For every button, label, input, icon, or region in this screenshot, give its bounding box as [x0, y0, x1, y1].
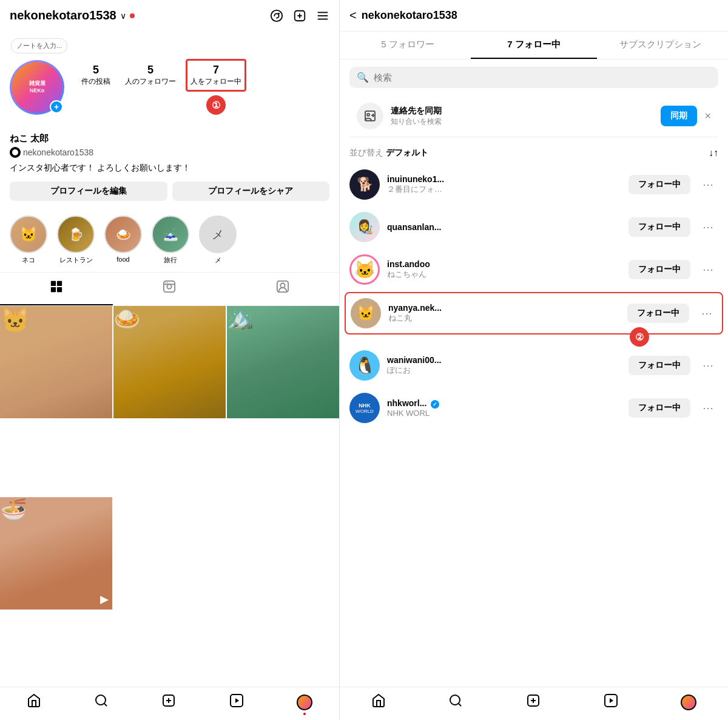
highlight-restaurant[interactable]: 🍺 レストラン: [57, 216, 95, 265]
sync-title: 連絡先を同期: [391, 106, 653, 117]
username-area: nekonekotaro1538 ∨: [10, 8, 135, 22]
sort-row: 並び替え デフォルト ↓↑: [340, 144, 728, 163]
follow-btn-waniwani[interactable]: フォロー中: [629, 356, 690, 375]
follow-tabs: 5 フォロワー 7 フォロー中 サブスクリプション: [340, 32, 728, 59]
home-icon-right: [371, 693, 386, 712]
highlight-more[interactable]: メ メ: [199, 216, 237, 265]
svg-line-32: [459, 704, 461, 706]
add-story-button[interactable]: +: [50, 100, 63, 114]
sort-label-area: 並び替え デフォルト: [349, 147, 428, 158]
nav-reels-right[interactable]: [604, 693, 618, 712]
header-icons: [270, 9, 329, 22]
menu-icon[interactable]: [316, 9, 329, 22]
nhk-logo-top: NHK: [359, 402, 371, 409]
search-icon: [94, 693, 109, 712]
chevron-down-icon[interactable]: ∨: [120, 11, 126, 21]
stat-followers[interactable]: 5 人のフォロワー: [125, 64, 176, 87]
grid-cell-2[interactable]: 🍛: [113, 306, 226, 418]
follow-item-quansanlan[interactable]: 👩‍🎨 quansanlan... フォロー中 ⋯: [340, 206, 728, 248]
grid-cell-4[interactable]: 🍜 ▶: [0, 497, 112, 610]
nav-home[interactable]: [27, 693, 41, 712]
follow-btn-inuinuneko[interactable]: フォロー中: [629, 175, 690, 194]
add-icon-right: [526, 693, 541, 712]
tab-reels[interactable]: [113, 273, 226, 305]
edit-profile-button[interactable]: プロフィールを編集: [10, 182, 167, 201]
svg-rect-11: [51, 287, 56, 292]
follow-username-waniwani: waniwani00...: [387, 355, 621, 365]
close-sync-button[interactable]: ×: [704, 110, 711, 123]
follow-item-waniwani[interactable]: 🐧 waniwani00... ぽにお フォロー中 ⋯: [340, 344, 728, 387]
nav-profile-right[interactable]: [681, 695, 696, 710]
threads-handle[interactable]: nekonekotaro1538: [10, 147, 329, 158]
action-buttons: プロフィールを編集 プロフィールをシャア: [10, 182, 329, 201]
grid-cell-3[interactable]: 🏔️: [227, 306, 339, 418]
follow-btn-andoo[interactable]: フォロー中: [629, 260, 690, 279]
search-input[interactable]: [374, 72, 711, 83]
threads-icon[interactable]: [270, 9, 283, 22]
follow-item-inuinuneko[interactable]: 🐕 inuinuneko1... ２番目にフォ… フォロー中 ⋯: [340, 163, 728, 206]
avatar-dog-icon: 🐕: [349, 169, 380, 200]
sync-button[interactable]: 同期: [661, 106, 697, 126]
follow-btn-nyanya[interactable]: フォロー中: [627, 304, 689, 323]
follow-username-andoo: inst.andoo: [387, 259, 621, 269]
avatar-penguin-icon: 🐧: [354, 356, 376, 376]
follow-btn-nhk[interactable]: フォロー中: [629, 398, 690, 418]
stat-posts[interactable]: 5 件の投稿: [81, 64, 110, 87]
follow-item-nhk[interactable]: NHK WORLD nhkworl... ✓ NHK WORL フォロー中 ⋯: [340, 387, 728, 429]
nav-profile[interactable]: [297, 695, 312, 710]
more-btn-quansanlan[interactable]: ⋯: [698, 220, 718, 234]
nav-home-right[interactable]: [371, 693, 386, 712]
svg-point-28: [367, 114, 369, 116]
highlight-travel[interactable]: 🗻 旅行: [152, 216, 189, 265]
more-btn-andoo[interactable]: ⋯: [698, 263, 718, 276]
left-username: nekonekotaro1538: [10, 8, 116, 22]
sync-info: 連絡先を同期 知り合いを検索: [391, 106, 653, 127]
add-icon[interactable]: [293, 9, 306, 22]
video-badge: ▶: [100, 593, 109, 606]
tab-following[interactable]: 7 フォロー中: [471, 32, 597, 59]
highlight-neko[interactable]: 🐱 ネコ: [10, 216, 47, 265]
sync-icon: [357, 103, 383, 129]
follow-avatar-waniwani: 🐧: [349, 350, 380, 381]
nav-add-right[interactable]: [526, 693, 541, 712]
reels-icon: [163, 280, 176, 297]
tab-grid[interactable]: [0, 273, 113, 305]
svg-marker-37: [610, 698, 613, 703]
nav-search-right[interactable]: [448, 693, 463, 712]
photo-grid: 🐱 🍛 🏔️ 🍜 ▶: [0, 306, 339, 687]
more-btn-inuinuneko[interactable]: ⋯: [698, 178, 718, 191]
follow-item-nyanya[interactable]: 🐱 nyanya.nek... ねこ丸 フォロー中 ⋯ ②: [345, 292, 723, 335]
search-bar: 🔍: [349, 67, 718, 88]
bottom-nav-left: [0, 687, 339, 720]
svg-rect-9: [51, 281, 56, 286]
tab-tagged[interactable]: [226, 273, 339, 305]
svg-point-0: [271, 10, 282, 21]
back-button[interactable]: <: [349, 8, 357, 22]
highlight-food[interactable]: 🍛 food: [104, 216, 142, 265]
grid-cell-1[interactable]: 🐱: [0, 306, 112, 418]
more-btn-waniwani[interactable]: ⋯: [698, 359, 718, 372]
nav-add[interactable]: [161, 693, 176, 712]
home-icon: [27, 693, 41, 712]
left-panel: nekonekotaro1538 ∨: [0, 0, 340, 720]
follow-btn-quansanlan[interactable]: フォロー中: [629, 217, 690, 237]
nav-reels[interactable]: [229, 693, 244, 712]
sort-direction-icon[interactable]: ↓↑: [709, 148, 718, 158]
search-icon: 🔍: [357, 72, 369, 83]
sort-label: 並び替え: [349, 148, 383, 157]
more-btn-nyanya[interactable]: ⋯: [696, 307, 717, 320]
profile-avatar-nav: [297, 695, 312, 710]
follow-username-nyanya: nyanya.nek...: [388, 303, 620, 313]
share-profile-button[interactable]: プロフィールをシャア: [172, 182, 330, 201]
stat-following[interactable]: ① 7 人をフォロー中: [190, 64, 241, 87]
nav-search[interactable]: [94, 693, 109, 712]
svg-point-16: [166, 282, 167, 284]
follow-display-waniwani: ぽにお: [387, 365, 621, 376]
food2-photo: 🍜: [0, 497, 112, 610]
tab-followers[interactable]: 5 フォロワー: [345, 32, 471, 59]
follow-info-nhk: nhkworl... ✓ NHK WORL: [387, 398, 621, 418]
follow-item-andoo[interactable]: 🐱 inst.andoo ねこちゃん フォロー中 ⋯: [340, 248, 728, 291]
more-btn-nhk[interactable]: ⋯: [698, 401, 718, 415]
tab-subscriptions[interactable]: サブスクリプション: [597, 32, 723, 59]
avatar-wrap: ノートを入力... 雑貨屋 NEKo +: [10, 60, 64, 115]
